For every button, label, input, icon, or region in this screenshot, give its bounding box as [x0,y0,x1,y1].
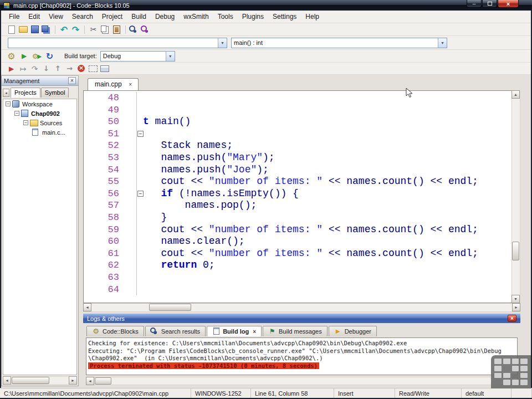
menu-item-plugins[interactable]: Plugins [238,11,268,22]
line-number: 53 [84,152,125,164]
line-number: 61 [84,248,125,260]
paste-icon[interactable] [111,24,122,35]
logs-hscrollbar[interactable] [86,377,518,385]
logs-tab-debugger[interactable]: Debugger [329,326,377,336]
open-file-icon[interactable] [17,24,29,35]
logs-tab-build-messages[interactable]: Build messages [263,326,328,336]
tree-expand-toggle[interactable] [14,111,19,116]
log-text: Checking for existence: C:\Users\mmcmill… [88,340,407,346]
code-line: 49 [84,104,520,116]
run-icon[interactable] [18,51,30,62]
run-to-cursor-icon[interactable] [17,63,29,74]
tree-item-main-c[interactable]: main.c... [3,127,76,137]
management-close-button[interactable] [68,77,76,84]
logs-close-button[interactable] [508,315,516,322]
editor-vscrollbar[interactable] [511,90,520,303]
find-icon[interactable] [129,24,140,35]
management-tab-list: ProjectsSymbol [11,88,69,98]
next-instruction-icon[interactable] [64,63,75,74]
chevron-down-icon[interactable] [218,38,227,48]
step-out-icon[interactable] [52,63,64,74]
chevron-down-icon[interactable] [438,38,447,48]
menu-item-tools[interactable]: Tools [213,11,238,22]
chevron-down-icon[interactable] [166,52,175,61]
step-into-icon[interactable] [40,63,52,74]
maximize-button[interactable] [482,0,497,8]
tree-item-chap0902[interactable]: Chap0902 [3,109,76,118]
tree-item-sources[interactable]: Sources [3,118,76,127]
code-line: 57 names.pop(); [84,200,520,212]
menu-item-search[interactable]: Search [68,11,98,22]
build-target-combobox[interactable]: Debug [100,51,175,62]
copy-icon[interactable] [99,24,111,35]
menu-item-help[interactable]: Help [301,11,324,22]
menu-item-project[interactable]: Project [98,11,127,22]
symbol-combobox[interactable]: main() : int [231,38,447,48]
build-icon[interactable] [6,51,17,62]
menu-bar: FileEditViewSearchProjectBuildDebugwxSmi… [0,11,532,23]
menu-item-debug[interactable]: Debug [151,11,179,22]
scroll-left-icon[interactable] [3,376,11,385]
code-editor[interactable]: 484950t main()5152 Stack names;53 names.… [83,90,520,303]
code-text: names.pop(); [143,200,257,212]
editor-hscrollbar[interactable] [83,303,520,312]
scroll-right-icon[interactable] [69,376,77,385]
tab-close-icon[interactable] [253,328,256,335]
scroll-right-icon[interactable] [512,303,520,311]
code-token: t [143,116,149,127]
menu-item-wxsmith[interactable]: wxSmith [179,11,213,22]
fold-toggle-icon[interactable] [137,191,144,197]
logs-panel: Logs & others Code::BlocksSearch results… [83,314,520,386]
tree-expand-toggle[interactable] [6,101,11,106]
menu-item-settings[interactable]: Settings [268,11,301,22]
minimize-button[interactable] [467,0,482,8]
tree-item-workspace[interactable]: Workspace [3,99,76,109]
rebuild-icon[interactable] [44,51,55,62]
logs-tab-build-log[interactable]: Build log [207,326,262,336]
log-line: Executing: "C:\Program Files\CodeBlocks\… [88,347,515,355]
cut-icon[interactable] [88,24,99,35]
fold-margin [125,116,143,128]
logs-title: Logs & others [87,315,125,322]
save-all-icon[interactable] [40,24,52,35]
save-icon[interactable] [29,24,40,35]
next-line-icon[interactable] [29,63,40,74]
tab-close-icon[interactable] [127,81,134,88]
logs-tab-search-results[interactable]: Search results [145,326,206,336]
build-and-run-icon[interactable] [31,51,43,62]
logs-tab-code-blocks[interactable]: Code::Blocks [86,326,144,336]
editor-tab-main-cpp[interactable]: main.cpp [88,78,139,90]
fold-toggle-icon[interactable] [137,131,144,137]
logs-hscroll-thumb[interactable] [95,377,111,385]
management-hscrollbar[interactable] [3,376,77,385]
menu-item-edit[interactable]: Edit [24,11,44,22]
tree-expand-toggle[interactable] [23,120,28,125]
redo-icon[interactable] [70,24,81,35]
stop-debugger-icon[interactable] [75,63,87,74]
scope-combobox[interactable] [8,38,227,48]
logs-tabbar: Code::BlocksSearch resultsBuild logBuild… [83,323,520,336]
editor-hscroll-thumb[interactable] [149,304,191,311]
code-token: names.clear(); [143,236,245,247]
menu-item-view[interactable]: View [44,11,68,22]
line-number: 64 [84,284,125,296]
tab-scroll-left-button[interactable] [3,89,9,97]
menu-item-file[interactable]: File [4,11,24,22]
close-button[interactable] [498,0,519,8]
info-window-icon[interactable] [87,63,99,74]
management-hscroll-thumb[interactable] [12,377,49,384]
debugging-windows-icon[interactable] [99,63,110,74]
scroll-down-icon[interactable] [511,295,520,303]
scroll-up-icon[interactable] [511,90,520,99]
line-number: 55 [84,176,125,188]
management-tab-projects[interactable]: Projects [11,88,40,98]
undo-icon[interactable] [58,24,70,35]
debug-continue-icon[interactable] [6,63,17,74]
new-file-icon[interactable] [6,24,17,35]
menu-item-build[interactable]: Build [127,11,151,22]
scroll-left-icon[interactable] [86,377,94,385]
management-tab-symbol[interactable]: Symbol [41,88,69,98]
replace-icon[interactable] [140,24,152,35]
scroll-left-icon[interactable] [83,303,91,311]
editor-vscroll-thumb[interactable] [512,242,519,260]
